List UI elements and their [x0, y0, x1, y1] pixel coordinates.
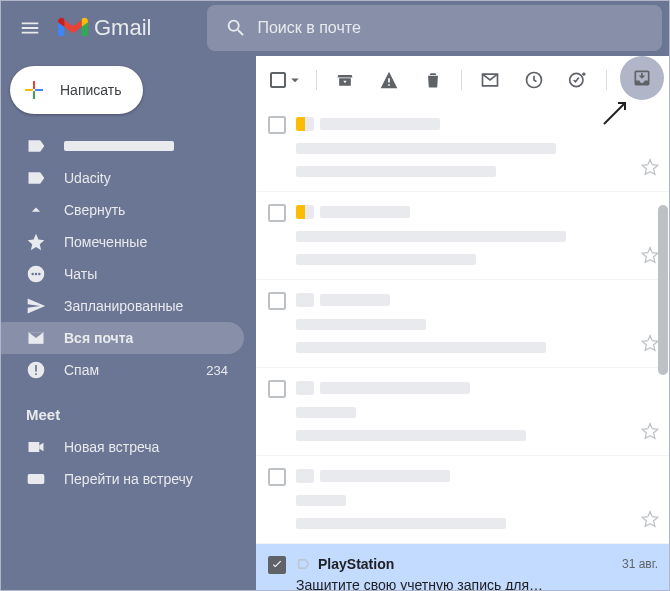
chat-icon: [26, 264, 46, 284]
row-checkbox[interactable]: [268, 292, 286, 310]
spam-icon: [26, 360, 46, 380]
row-checkbox[interactable]: [268, 204, 286, 222]
search-input[interactable]: [257, 19, 654, 37]
mail-list: PlayStation 31 авг. Защитите свою учетну…: [256, 104, 670, 591]
hamburger-icon: [19, 17, 41, 39]
sidebar-item-chats[interactable]: Чаты: [0, 258, 244, 290]
sidebar-item-label: Вся почта: [64, 330, 133, 346]
sidebar-item-label: Спам: [64, 362, 99, 378]
meet-item-label: Новая встреча: [64, 439, 159, 455]
app-header: Gmail: [0, 0, 670, 56]
sidebar-item-label: Чаты: [64, 266, 97, 282]
sidebar-item-udacity[interactable]: Udacity: [0, 162, 244, 194]
row-checkbox[interactable]: [268, 468, 286, 486]
scrollbar[interactable]: [656, 110, 670, 587]
sidebar-item-hidden[interactable]: [0, 130, 244, 162]
main-menu-button[interactable]: [8, 6, 52, 50]
mail-row-blurred[interactable]: [256, 280, 670, 368]
importance-marker-icon: [296, 381, 314, 395]
annotation-arrow-icon: [600, 98, 630, 128]
meet-new-meeting[interactable]: Новая встреча: [0, 431, 244, 463]
move-to-inbox-icon: [632, 68, 652, 88]
select-all-dropdown[interactable]: [266, 71, 308, 89]
report-icon: [379, 70, 399, 90]
row-checkbox[interactable]: [268, 116, 286, 134]
mail-icon: [480, 70, 500, 90]
checkbox-icon: [270, 72, 286, 88]
video-icon: [26, 437, 46, 457]
chevron-up-icon: [26, 200, 46, 220]
task-check-icon: [568, 70, 588, 90]
trash-icon: [423, 70, 443, 90]
compose-label: Написать: [60, 82, 121, 98]
report-spam-button[interactable]: [369, 60, 409, 100]
importance-marker-icon: [296, 293, 314, 307]
add-task-button[interactable]: [558, 60, 598, 100]
check-icon: [270, 558, 284, 572]
svg-rect-5: [35, 365, 37, 372]
scrollbar-thumb[interactable]: [658, 205, 668, 375]
mail-row-blurred[interactable]: [256, 192, 670, 280]
mail-sender: PlayStation: [318, 556, 394, 572]
row-checkbox-checked[interactable]: [268, 556, 286, 574]
gmail-logo-icon: [58, 16, 88, 40]
sidebar-item-label: Udacity: [64, 170, 111, 186]
svg-point-3: [38, 273, 41, 276]
importance-marker-icon: [296, 469, 314, 483]
sidebar-item-collapse[interactable]: Свернуть: [0, 194, 244, 226]
gmail-logo-text: Gmail: [94, 15, 151, 41]
meet-join-meeting[interactable]: Перейти на встречу: [0, 463, 244, 495]
mail-date: 31 авг.: [622, 557, 658, 571]
search-icon: [225, 17, 247, 39]
keyboard-icon: [26, 469, 46, 489]
mail-row-blurred[interactable]: [256, 456, 670, 544]
move-to-inbox-button[interactable]: [620, 56, 664, 100]
mail-row-blurred[interactable]: [256, 368, 670, 456]
svg-rect-6: [35, 373, 37, 375]
mark-unread-button[interactable]: [470, 60, 510, 100]
importance-marker-icon: [296, 557, 312, 571]
sidebar-item-scheduled[interactable]: Запланированные: [0, 290, 244, 322]
importance-marker-icon: [296, 205, 314, 219]
svg-point-1: [31, 273, 34, 276]
mail-pane: PlayStation 31 авг. Защитите свою учетну…: [256, 56, 670, 591]
gmail-logo[interactable]: Gmail: [58, 15, 151, 41]
svg-point-2: [35, 273, 38, 276]
mail-icon: [26, 328, 46, 348]
delete-button[interactable]: [413, 60, 453, 100]
importance-marker-icon: [296, 117, 314, 131]
mail-subject: Защитите свою учетную запись для…: [296, 577, 658, 591]
sidebar-item-label: Свернуть: [64, 202, 125, 218]
star-icon: [26, 232, 46, 252]
archive-button[interactable]: [325, 60, 365, 100]
svg-rect-7: [28, 474, 45, 484]
sidebar-item-label: Запланированные: [64, 298, 183, 314]
compose-button[interactable]: Написать: [10, 66, 143, 114]
meet-header: Meet: [0, 386, 256, 431]
clock-icon: [524, 70, 544, 90]
caret-down-icon: [286, 71, 304, 89]
spam-count: 234: [206, 363, 228, 378]
sidebar-item-starred[interactable]: Помеченные: [0, 226, 244, 258]
snooze-button[interactable]: [514, 60, 554, 100]
scheduled-icon: [26, 296, 46, 316]
search-bar[interactable]: [207, 5, 662, 51]
meet-item-label: Перейти на встречу: [64, 471, 193, 487]
label-icon: [26, 168, 46, 188]
sidebar: Написать Udacity Свернуть Помеченные Чат…: [0, 56, 256, 591]
sidebar-item-label: Помеченные: [64, 234, 147, 250]
plus-icon: [22, 78, 46, 102]
label-icon: [26, 136, 46, 156]
sidebar-item-spam[interactable]: Спам 234: [0, 354, 244, 386]
mail-toolbar: [256, 56, 670, 104]
archive-icon: [335, 70, 355, 90]
row-checkbox[interactable]: [268, 380, 286, 398]
mail-row-selected[interactable]: PlayStation 31 авг. Защитите свою учетну…: [256, 544, 670, 591]
sidebar-item-allmail[interactable]: Вся почта: [0, 322, 244, 354]
